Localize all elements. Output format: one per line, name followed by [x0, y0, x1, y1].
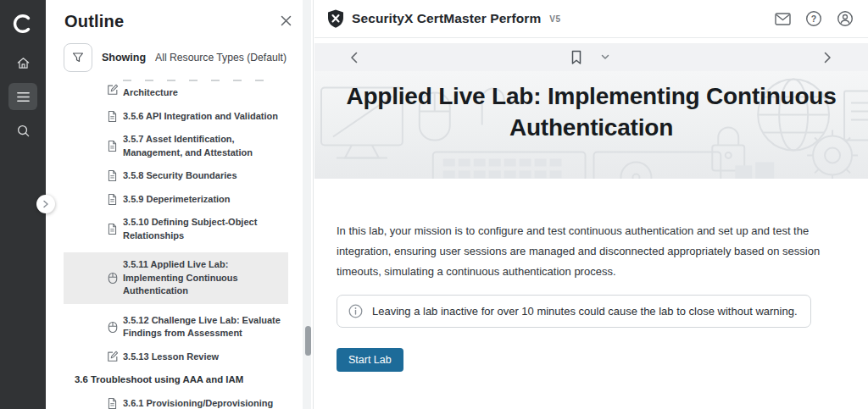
outline-item-icon-wrap [106, 321, 119, 334]
inactivity-warning-text: Leaving a lab inactive for over 10 minut… [372, 305, 798, 318]
lesson-hero-banner: Applied Live Lab: Implementing Continuou… [314, 71, 868, 179]
bookmark-icon [570, 50, 582, 65]
lesson-nav-bar [314, 43, 868, 71]
outline-section[interactable]: 3.6 Troubleshoot using AAA and IAM [64, 373, 301, 387]
document-icon [107, 397, 118, 409]
bookmark-menu-button[interactable] [597, 49, 614, 66]
outline-item[interactable]: 3.5.6 API Integration and Validation [64, 110, 288, 124]
outline-item-label: 3.5.9 Deperimeterization [123, 193, 231, 207]
clipped-text-remnant [123, 80, 269, 84]
home-icon [16, 56, 31, 70]
svg-text:?: ? [811, 14, 816, 24]
info-icon [348, 304, 363, 318]
search-button[interactable] [8, 117, 37, 144]
lesson-title-line2: Authentication [314, 112, 868, 143]
outline-item-label: Management, and Attestation [123, 146, 253, 160]
lesson-body: In this lab, your mission is to configur… [314, 179, 868, 372]
document-icon [107, 110, 118, 123]
menu-icon [16, 91, 31, 103]
edit-icon [107, 351, 119, 362]
outline-item-icon-wrap [106, 169, 119, 182]
filter-funnel-icon [71, 51, 85, 64]
collapse-outline-toggle[interactable] [36, 195, 55, 213]
outline-item-icon-wrap [106, 193, 119, 206]
lab-description: In this lab, your mission is to configur… [337, 221, 848, 282]
outline-item-label: Implementing Continuous [123, 272, 238, 285]
outline-item-icon-wrap [106, 223, 119, 235]
filter-current-value: All Resource Types (Default) [155, 52, 287, 64]
search-icon [16, 124, 31, 138]
outline-item-icon-wrap [106, 84, 119, 96]
outline-item-label: 3.5.10 Defining Subject-Object [123, 216, 257, 229]
chevron-left-icon [350, 52, 358, 64]
messages-button[interactable] [773, 9, 792, 28]
help-icon: ? [805, 10, 822, 27]
edit-icon [107, 84, 119, 96]
outline-panel-title: Outline [64, 12, 124, 31]
main-area: SecurityX CertMaster Perform V5 ? [314, 0, 868, 409]
outline-item-label: Findings from Assessment [123, 327, 281, 340]
outline-item-selected[interactable]: 3.5.11 Applied Live Lab:Implementing Con… [64, 252, 288, 304]
document-icon [107, 140, 118, 152]
outline-menu-button[interactable] [8, 83, 37, 110]
document-icon [107, 193, 118, 206]
outline-item-label: 3.6.1 Provisioning/Deprovisioning [123, 397, 273, 409]
next-page-button[interactable] [819, 49, 836, 66]
app-header: SecurityX CertMaster Perform V5 ? [314, 0, 868, 38]
outline-tree: Architecture3.5.6 API Integration and Va… [46, 80, 301, 409]
outline-item-icon-wrap [106, 110, 119, 123]
lab-mouse-icon [108, 321, 118, 334]
outline-item-icon-wrap [106, 272, 119, 285]
account-button[interactable] [836, 9, 854, 28]
outline-item-label: 3.5.8 Security Boundaries [123, 169, 237, 183]
outline-item-label: 3.5.6 API Integration and Validation [123, 110, 278, 124]
outline-item[interactable]: 3.6.1 Provisioning/Deprovisioning [64, 397, 288, 409]
outline-item-icon-wrap [106, 397, 119, 409]
bookmark-button[interactable] [568, 49, 585, 66]
outline-item[interactable]: 3.5.13 Lesson Review [64, 351, 288, 364]
outline-item-icon-wrap [106, 140, 119, 152]
outline-item[interactable]: 3.5.7 Asset Identification,Management, a… [64, 133, 288, 159]
product-version: V5 [549, 14, 560, 24]
outline-item[interactable]: 3.5.10 Defining Subject-ObjectRelationsh… [64, 216, 288, 242]
previous-page-button[interactable] [345, 49, 362, 66]
document-icon [107, 223, 118, 235]
product-title: SecurityX CertMaster Perform [352, 11, 541, 26]
close-outline-button[interactable] [278, 13, 294, 31]
outline-item[interactable]: Architecture [64, 80, 288, 100]
outline-section-label: 3.6 Troubleshoot using AAA and IAM [75, 373, 301, 387]
filter-button[interactable] [64, 43, 92, 72]
comptia-c-logo-icon [10, 11, 36, 36]
lesson-title-line1: Applied Live Lab: Implementing Continuou… [314, 80, 868, 112]
chevron-right-icon [42, 200, 49, 208]
securityx-shield-icon [326, 8, 345, 29]
outline-item-label: 3.5.12 Challenge Live Lab: Evaluate [123, 314, 281, 328]
document-icon [107, 169, 118, 182]
comptia-logo [0, 8, 46, 39]
outline-item-label: 3.5.7 Asset Identification, [123, 133, 253, 146]
outline-item[interactable]: 3.5.12 Challenge Live Lab: EvaluateFindi… [64, 314, 288, 340]
home-button[interactable] [8, 49, 37, 76]
outline-item[interactable]: 3.5.8 Security Boundaries [64, 169, 288, 183]
outline-item-label: Relationships [123, 229, 257, 243]
lesson-title: Applied Live Lab: Implementing Continuou… [314, 71, 868, 143]
outline-panel: Outline Showing All Resource Types (Defa… [46, 0, 314, 409]
outline-item-label: Architecture [123, 86, 269, 100]
outline-item-label: 3.5.11 Applied Live Lab: [123, 258, 238, 272]
outline-item-label: 3.5.13 Lesson Review [123, 351, 219, 364]
lab-mouse-icon [108, 272, 118, 285]
filter-showing-label: Showing [102, 52, 146, 64]
outline-scrollbar-thumb[interactable] [305, 326, 311, 356]
rail-nav [0, 49, 46, 144]
envelope-icon [775, 13, 791, 25]
close-icon [280, 14, 292, 27]
start-lab-button[interactable]: Start Lab [337, 348, 403, 372]
outline-item-icon-wrap [106, 351, 119, 362]
outline-item[interactable]: 3.5.9 Deperimeterization [64, 193, 288, 207]
app-window: Outline Showing All Resource Types (Defa… [0, 0, 868, 409]
account-person-icon [837, 10, 854, 27]
product-brand: SecurityX CertMaster Perform V5 [326, 8, 560, 29]
help-button[interactable]: ? [804, 9, 823, 28]
chevron-right-icon [824, 52, 832, 64]
chevron-down-icon [601, 54, 609, 60]
